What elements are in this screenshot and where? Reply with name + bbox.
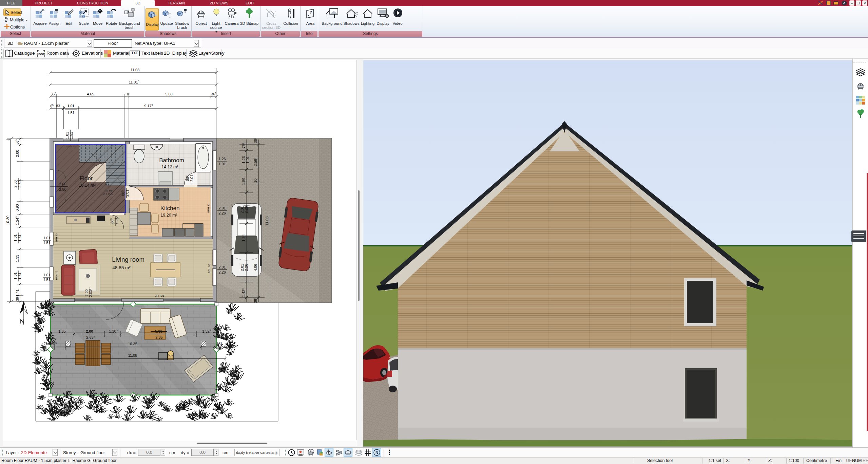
svg-text:1.01: 1.01 <box>43 273 51 277</box>
svg-text:4.65: 4.65 <box>87 92 94 96</box>
svg-text:1.51: 1.51 <box>69 132 73 139</box>
svg-text:1.51: 1.51 <box>43 241 51 245</box>
svg-text:1.01: 1.01 <box>13 234 17 241</box>
svg-text:1.26: 1.26 <box>218 157 226 161</box>
svg-text:1.41: 1.41 <box>15 289 19 296</box>
svg-text:0.90: 0.90 <box>15 204 19 211</box>
svg-text:2.01: 2.01 <box>114 218 118 225</box>
svg-text:1.01: 1.01 <box>67 104 74 108</box>
svg-text:2.01: 2.01 <box>240 206 244 213</box>
svg-text:10.35: 10.35 <box>128 342 137 346</box>
svg-text:2.50: 2.50 <box>18 180 22 187</box>
svg-text:2.00: 2.00 <box>13 180 17 187</box>
svg-text:2.26: 2.26 <box>244 264 248 271</box>
svg-text:2.01: 2.01 <box>125 190 129 197</box>
svg-text:ROOM: ROOM <box>37 52 45 55</box>
svg-text:65: 65 <box>50 104 54 108</box>
svg-text:2.01: 2.01 <box>190 175 194 182</box>
svg-text:BRH 26: BRH 26 <box>155 294 165 297</box>
svg-text:365: 365 <box>211 92 216 96</box>
svg-text:10.30: 10.30 <box>6 216 10 225</box>
svg-text:2.26: 2.26 <box>218 270 226 274</box>
svg-text:2.01: 2.01 <box>218 265 226 269</box>
svg-text:BRH 30: BRH 30 <box>207 204 210 212</box>
svg-text:1.65: 1.65 <box>58 329 65 333</box>
svg-text:16 Stg: 16 Stg <box>105 189 112 192</box>
svg-text:?: ? <box>310 10 312 14</box>
svg-text:1.01: 1.01 <box>13 272 17 279</box>
svg-text:1.01: 1.01 <box>65 132 69 139</box>
svg-text:2.35: 2.35 <box>155 335 162 339</box>
svg-text:36: 36 <box>16 297 19 301</box>
svg-text:11.08: 11.08 <box>128 353 137 357</box>
svg-text:N: N <box>375 450 378 454</box>
svg-text:3: 3 <box>6 138 9 141</box>
svg-text:10: 10 <box>126 92 130 96</box>
svg-text:1.59: 1.59 <box>242 178 246 185</box>
svg-text:2.01: 2.01 <box>218 206 226 210</box>
svg-text:48.85 m²: 48.85 m² <box>112 265 131 270</box>
svg-text:BRH 75: BRH 75 <box>55 234 58 242</box>
svg-text:2.26: 2.26 <box>218 211 226 215</box>
svg-text:1.51: 1.51 <box>18 234 22 241</box>
svg-text:11.08: 11.08 <box>131 68 140 72</box>
svg-text:1.33: 1.33 <box>15 255 19 262</box>
svg-text:1.01: 1.01 <box>43 236 51 240</box>
svg-text:2.00: 2.00 <box>59 182 66 186</box>
svg-text:BRH 30: BRH 30 <box>208 264 211 273</box>
svg-text:1.01: 1.01 <box>218 162 226 166</box>
svg-text:365: 365 <box>51 92 56 96</box>
svg-text:Floor: Floor <box>80 175 93 182</box>
svg-text:2.00: 2.00 <box>15 150 19 157</box>
svg-text:5.60: 5.60 <box>165 92 172 96</box>
svg-text:1.26: 1.26 <box>242 156 246 163</box>
svg-text:10: 10 <box>253 179 257 183</box>
svg-text:11.015: 11.015 <box>129 80 139 84</box>
svg-text:BRH 75: BRH 75 <box>55 271 58 280</box>
svg-text:14.12 m²: 14.12 m² <box>161 165 178 169</box>
svg-text:Bathroom: Bathroom <box>159 157 184 164</box>
svg-text:16.7 25.5: 16.7 25.5 <box>102 193 112 196</box>
svg-text:Kitchen: Kitchen <box>160 205 180 211</box>
svg-text:4.06: 4.06 <box>253 264 257 271</box>
svg-text:2.80: 2.80 <box>59 187 66 191</box>
svg-text:Living room: Living room <box>112 256 144 263</box>
svg-text:9.175: 9.175 <box>144 104 153 108</box>
svg-text:1.01: 1.01 <box>246 156 250 163</box>
svg-text:2.01: 2.01 <box>240 264 244 271</box>
svg-text:2.00: 2.00 <box>84 290 89 297</box>
svg-text:18.14 m²: 18.14 m² <box>79 183 95 188</box>
svg-text:2.26: 2.26 <box>244 206 248 213</box>
svg-text:83: 83 <box>56 104 60 108</box>
svg-text:19.20 m²: 19.20 m² <box>160 213 177 218</box>
svg-text:1.51: 1.51 <box>43 278 51 282</box>
svg-text:1.51: 1.51 <box>18 272 22 279</box>
svg-text:1.51: 1.51 <box>67 111 74 115</box>
svg-text:GRH 75: GRH 75 <box>66 145 75 148</box>
svg-text:11.03: 11.03 <box>265 217 269 226</box>
svg-text:2.00: 2.00 <box>86 329 93 333</box>
svg-text:1.94: 1.94 <box>242 234 246 241</box>
svg-text:1.245: 1.245 <box>15 216 19 225</box>
